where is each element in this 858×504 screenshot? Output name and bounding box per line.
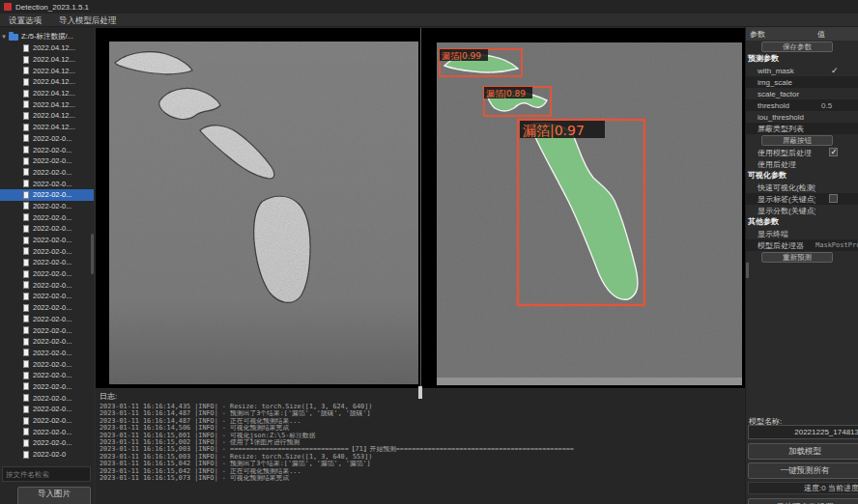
tree-item[interactable]: 2022-02-0... <box>0 223 94 235</box>
panel-divider[interactable] <box>420 28 421 388</box>
param-value[interactable]: 0.5 <box>815 101 858 110</box>
file-name: 2022-02-0... <box>33 168 72 177</box>
tree-item[interactable]: 2022-02-0... <box>0 437 94 449</box>
tree-item[interactable]: 2022-02-0... <box>0 268 94 280</box>
import-images-button[interactable]: 导入图片 <box>17 487 91 504</box>
file-name: 2022-02-0... <box>33 202 72 210</box>
menu-item[interactable]: 导入模型后处理 <box>50 14 126 27</box>
tree-item[interactable]: 2022-02-0... <box>0 235 94 246</box>
tree-item[interactable]: 2022-02-0... <box>0 358 94 370</box>
model-name-field[interactable]: 20221225_174813 <box>748 425 858 439</box>
tree-item[interactable]: 2022.04.12... <box>0 88 94 99</box>
param-value[interactable]: MaskPostPro <box>815 241 858 249</box>
param-action-button[interactable]: 保存参数 <box>761 42 833 52</box>
tree-item[interactable]: 2022.04.12... <box>0 98 94 110</box>
file-name: 2022-02-0... <box>33 269 72 278</box>
tree-item[interactable]: 2022-02-0... <box>0 155 94 167</box>
param-row[interactable]: 显示终端 <box>746 228 858 239</box>
file-name: 2022-02-0... <box>33 134 72 143</box>
file-icon <box>23 90 29 98</box>
param-row[interactable]: 使用模型后处理 <box>746 147 858 158</box>
param-row[interactable]: 使用后处理 <box>746 158 858 170</box>
param-row[interactable]: 屏蔽类型列表 <box>746 123 858 134</box>
tree-item[interactable]: 2022.04.12... <box>0 54 94 66</box>
param-action-button[interactable]: 屏蔽按钮 <box>761 135 833 146</box>
log-line: 2023-01-11 16:16:14,435 |INFO| - Resize:… <box>100 404 741 410</box>
app-icon <box>4 3 12 11</box>
tree-item[interactable]: 2022-02-0... <box>0 144 94 155</box>
tree-item[interactable]: 2022.04.12... <box>0 110 94 122</box>
tree-item[interactable]: 2022-02-0... <box>0 178 94 189</box>
tree-item[interactable]: 2022-02-0... <box>0 415 94 427</box>
log-panel[interactable]: 日志: 2023-01-11 16:16:14,435 |INFO| - Res… <box>96 389 745 504</box>
param-row[interactable]: 模型后处理器MaskPostPro <box>746 239 858 251</box>
tree-item[interactable]: 2022-02-0... <box>0 392 94 404</box>
tree-item[interactable]: 2022-02-0... <box>0 189 94 201</box>
file-name: 2022-02-0... <box>33 190 72 199</box>
tree-item[interactable]: 2022.04.12... <box>0 65 94 76</box>
tree-root[interactable]: ▾ Z:/5-标注数据/... <box>0 31 94 42</box>
tree-item[interactable]: 2022-02-0... <box>0 279 94 291</box>
sidebar: ▾ Z:/5-标注数据/... 2022.04.12...2022.04.12.… <box>0 27 94 504</box>
tree-item[interactable]: 2022-02-0... <box>0 245 94 257</box>
param-section-header: 预测参数 <box>746 53 858 65</box>
tree-item[interactable]: 2022-02-0... <box>0 404 94 415</box>
tree-item[interactable]: 2022.04.12... <box>0 42 94 54</box>
tree-item[interactable]: 2022-02-0... <box>0 291 94 302</box>
file-name: 2022-02-0... <box>33 371 72 379</box>
predict-all-button[interactable]: 一键预测所有 <box>748 462 858 479</box>
param-row[interactable]: with_mask✓ <box>746 65 858 76</box>
tree-item[interactable]: 2022.04.12... <box>0 122 94 133</box>
postprocess-settings-button[interactable]: 后处理参数设置 <box>748 498 858 504</box>
param-value[interactable] <box>815 194 858 205</box>
menu-item[interactable]: 设置选项 <box>0 14 50 27</box>
tree-item[interactable]: 2022-02-0... <box>0 324 94 336</box>
log-line: 2023-01-11 16:16:14,487 |INFO| - 正在可视化预测… <box>100 418 741 425</box>
tree-item[interactable]: 2022-02-0... <box>0 348 94 359</box>
file-icon <box>23 191 29 199</box>
params-scrollbar[interactable] <box>746 263 749 278</box>
tree-item[interactable]: 2022-02-0... <box>0 133 94 145</box>
param-row[interactable]: threshold0.5 <box>746 99 858 111</box>
tree-item[interactable]: 2022-02-0... <box>0 426 94 437</box>
param-value[interactable]: ✓ <box>815 66 858 75</box>
param-label: with_mask <box>746 67 815 75</box>
param-row[interactable]: 快速可视化(检测) <box>746 182 858 193</box>
load-model-button[interactable]: 加载模型 <box>748 443 858 460</box>
param-row[interactable]: iou_threshold <box>746 111 858 123</box>
param-label: scale_factor <box>746 90 815 98</box>
file-name-search-input[interactable] <box>2 466 91 482</box>
param-value[interactable] <box>815 148 858 158</box>
tree-item[interactable]: 2022.04.12... <box>0 76 94 88</box>
param-label: 显示分数(关键点) <box>746 206 815 216</box>
params-header-value: 值 <box>817 29 858 40</box>
file-icon <box>23 451 29 459</box>
tree-item[interactable]: 2022-02-0... <box>0 211 94 223</box>
param-row[interactable]: 显示标签(关键点) <box>746 193 858 205</box>
param-row[interactable]: scale_factor <box>746 88 858 99</box>
param-row[interactable]: 显示分数(关键点) <box>746 205 858 216</box>
prediction-image-panel[interactable]: 漏箔|0.99 漏箔|0.89 漏箔|0.97 <box>437 42 742 385</box>
file-name: 2022-02-0... <box>33 315 72 323</box>
sidebar-scrollbar[interactable] <box>91 234 94 274</box>
tree-item[interactable]: 2022-02-0... <box>0 381 94 393</box>
tree-item[interactable]: 2022-02-0... <box>0 257 94 268</box>
tree-item[interactable]: 2022-02-0... <box>0 167 94 179</box>
tree-item[interactable]: 2022-02-0... <box>0 302 94 314</box>
file-icon <box>23 237 29 244</box>
tree-item[interactable]: 2022-02-0... <box>0 336 94 348</box>
tree-item[interactable]: 2022-02-0... <box>0 370 94 381</box>
tree-item[interactable]: 2022-02-0 <box>0 449 94 461</box>
check-icon: ✓ <box>821 66 839 75</box>
file-name: 2022-02-0... <box>33 224 72 233</box>
param-row[interactable]: img_scale <box>746 76 858 88</box>
progress-text: 速度:0 当前进度 <box>748 482 858 494</box>
splitter-handle[interactable] <box>418 386 422 399</box>
checkbox-checked[interactable] <box>829 148 838 156</box>
checkbox-empty[interactable] <box>829 194 838 203</box>
chevron-down-icon[interactable]: ▾ <box>0 33 8 41</box>
raw-image-panel[interactable] <box>109 42 418 384</box>
tree-item[interactable]: 2022-02-0... <box>0 314 94 325</box>
tree-item[interactable]: 2022-02-0... <box>0 201 94 212</box>
param-action-button[interactable]: 重新预测 <box>761 252 833 263</box>
